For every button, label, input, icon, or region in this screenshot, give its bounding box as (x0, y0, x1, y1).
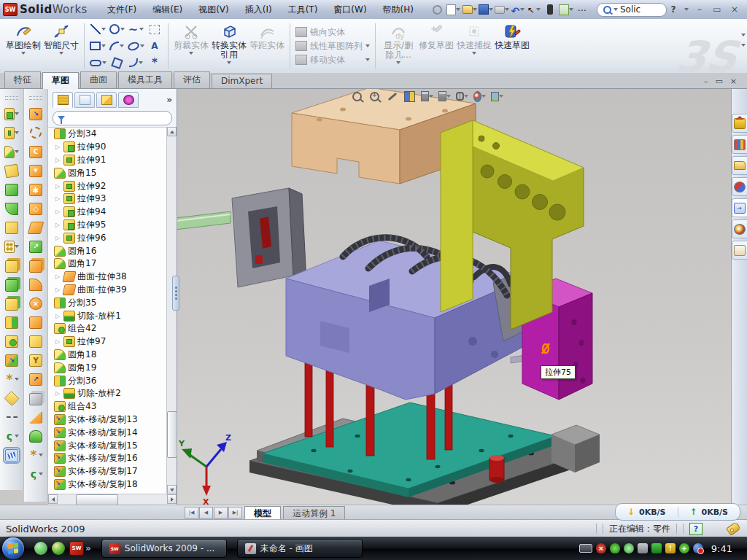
toolbar-overflow-icon[interactable]: ⋯ (575, 3, 589, 16)
undo-icon[interactable]: ↶ (511, 3, 525, 16)
slot-icon[interactable] (88, 55, 107, 71)
tab-nav-button[interactable]: ◀ (199, 507, 213, 519)
warning-tray-icon[interactable]: ! (665, 543, 676, 553)
panel-chevron-button[interactable]: » (166, 95, 174, 105)
feature-tree-item[interactable]: ▷ 切除-放样2 (48, 387, 167, 400)
expand-arrow-icon[interactable]: ▷ (54, 195, 61, 202)
dropdown-caret-icon[interactable] (489, 8, 493, 11)
dropdown-caret-icon[interactable] (429, 95, 433, 98)
point-icon[interactable] (145, 55, 164, 71)
dropdown-caret-icon[interactable] (21, 52, 26, 55)
dropdown-caret-icon[interactable] (473, 8, 477, 11)
tab-nav-button[interactable]: ▶ (214, 507, 228, 519)
menu-item[interactable]: 帮助(H) (376, 1, 420, 18)
feature-tree-item[interactable]: ▷ 拉伸94 (48, 206, 167, 219)
expand-arrow-icon[interactable]: ▷ (54, 209, 61, 215)
swept-surface-icon[interactable] (28, 145, 43, 158)
extend-surface-icon[interactable] (28, 335, 43, 348)
linear-pattern-icon[interactable] (4, 240, 19, 253)
move-entities-button[interactable]: 移动实体 (294, 54, 371, 66)
command-manager-tab[interactable]: DimXpert (212, 74, 272, 88)
feature-tree-item[interactable]: 实体-移动/复制17 (48, 465, 167, 478)
fillet-surface-icon[interactable] (28, 373, 43, 386)
expand-arrow-icon[interactable]: ▷ (54, 313, 61, 319)
feature-tree-item[interactable]: 组合42 (48, 322, 167, 335)
scrollbar-thumb[interactable] (76, 494, 118, 505)
command-manager-tab[interactable]: 模具工具 (118, 71, 172, 88)
security-tray-icon[interactable] (610, 543, 620, 553)
ellipse-icon[interactable] (126, 38, 145, 55)
edit-appearance-icon[interactable] (473, 90, 486, 102)
sketch-button[interactable]: 草图绘制 (4, 19, 42, 73)
messenger-icon[interactable] (34, 542, 47, 555)
extruded-boss-icon[interactable] (4, 107, 19, 120)
featuremanager-tree-tab[interactable] (53, 92, 73, 108)
arc-icon[interactable] (107, 38, 126, 55)
close-button[interactable]: × (728, 4, 741, 15)
dimxpertmanager-tab[interactable] (118, 92, 139, 108)
quick-launch-chevron[interactable]: » (85, 543, 91, 553)
curves-icon[interactable] (28, 467, 43, 481)
print-icon[interactable] (495, 3, 509, 16)
dropdown-caret-icon[interactable] (15, 435, 19, 438)
menu-item[interactable]: 窗口(W) (327, 1, 373, 18)
scroll-left-button[interactable] (48, 494, 58, 504)
taskbar-clock[interactable]: 9:41 (707, 543, 740, 554)
dropdown-caret-icon[interactable] (15, 150, 19, 153)
feature-tree-item[interactable]: ▷ 拉伸97 (48, 335, 167, 349)
open-icon[interactable] (462, 3, 477, 16)
command-manager-tab[interactable]: 草图 (42, 72, 79, 89)
expand-arrow-icon[interactable]: ▷ (54, 287, 61, 293)
feature-tree-item[interactable]: 圆角18 (48, 349, 167, 362)
command-manager-tab[interactable]: 特征 (4, 71, 41, 88)
save-icon[interactable] (479, 3, 493, 16)
circle-icon[interactable] (107, 21, 126, 38)
display-delete-relations-button[interactable]: dy 显示/删除几... (379, 19, 417, 73)
trim-surface-icon[interactable] (28, 354, 43, 367)
untrim-surface-icon[interactable] (28, 297, 43, 310)
feature-tree-item[interactable]: 圆角16 (48, 244, 167, 257)
selection-rectangle-icon[interactable] (145, 21, 164, 38)
apply-scene-icon[interactable] (491, 90, 503, 102)
feature-tree-item[interactable]: 实体-移动/复制18 (48, 478, 167, 491)
dropdown-caret-icon[interactable] (456, 8, 460, 11)
reference-geometry-icon[interactable] (28, 448, 43, 462)
dropdown-caret-icon[interactable] (59, 52, 63, 55)
dropdown-caret-icon[interactable] (505, 8, 509, 11)
feature-tree-item[interactable]: ▷ 拉伸96 (48, 231, 167, 244)
trim-entities-button[interactable]: 剪裁实体 (172, 19, 210, 73)
search-input[interactable]: Solic (620, 4, 640, 15)
design-library-tab[interactable] (732, 135, 747, 154)
new-document-icon[interactable] (446, 3, 461, 16)
delete-face-icon[interactable] (28, 429, 43, 443)
traffic-light-icon[interactable] (543, 3, 557, 16)
expand-arrow-icon[interactable]: ▷ (54, 273, 61, 280)
feature-tree-item[interactable]: 实体-移动/复制16 (48, 452, 167, 465)
draft-icon[interactable] (4, 221, 19, 234)
model-gray-block[interactable] (551, 425, 600, 472)
model-tab[interactable]: 模型 (244, 506, 281, 520)
display-style-icon[interactable] (438, 90, 451, 102)
propertymanager-tab[interactable] (74, 92, 95, 108)
planar-surface-icon[interactable] (28, 221, 43, 234)
feature-tree-item[interactable]: ▷ 拉伸92 (48, 179, 167, 192)
move-copy-body-icon[interactable] (4, 354, 19, 367)
dropdown-caret-icon[interactable] (15, 378, 19, 381)
start-button[interactable] (2, 537, 24, 559)
custom-properties-tab[interactable] (732, 241, 747, 260)
solidworks-launcher-icon[interactable]: SW (69, 541, 84, 556)
view-palette-tab[interactable] (732, 198, 747, 217)
tag-icon[interactable] (726, 521, 741, 536)
dropdown-caret-icon[interactable] (15, 112, 19, 115)
close-doc-button[interactable]: × (730, 77, 737, 86)
dropdown-caret-icon[interactable] (140, 44, 144, 47)
restore-doc-button[interactable]: ▭ (715, 77, 722, 86)
dropdown-caret-icon[interactable] (536, 8, 541, 11)
spline-icon[interactable] (126, 21, 145, 38)
ruled-surface-icon[interactable] (28, 411, 43, 424)
menu-item[interactable]: 文件(F) (101, 1, 143, 18)
axis-icon[interactable] (4, 411, 19, 424)
model-red-cylinder[interactable] (489, 455, 504, 483)
view-orientation-icon[interactable] (421, 90, 433, 102)
network-tray-icon[interactable] (651, 543, 662, 553)
